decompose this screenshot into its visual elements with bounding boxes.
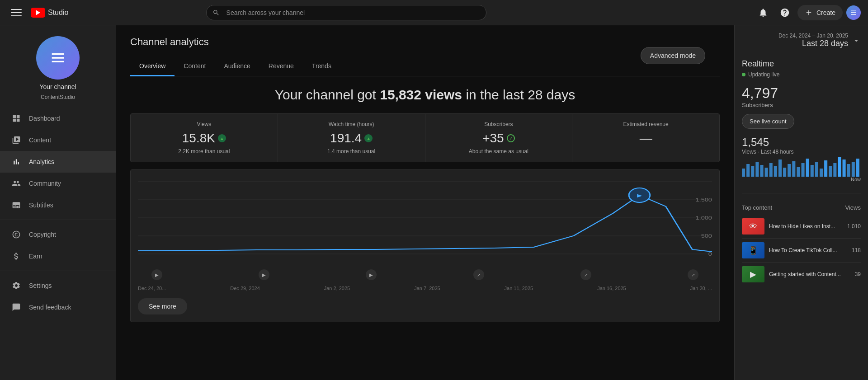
stat-views-value: 15.8K ▲ — [140, 131, 269, 145]
tabs: Overview Content Audience Revenue Trends — [130, 57, 720, 76]
headline-pre: Your channel got — [275, 87, 380, 102]
stats-row: Views 15.8K ▲ 2.2K more than usual Watch… — [130, 113, 720, 162]
tab-revenue[interactable]: Revenue — [259, 57, 303, 76]
tab-content[interactable]: Content — [175, 57, 215, 76]
sidebar-item-earn[interactable]: Earn — [0, 245, 116, 267]
menu-button[interactable] — [7, 4, 25, 22]
chart-dates: Dec 24, 20... Dec 29, 2024 Jan 2, 2025 J… — [138, 282, 712, 291]
views-realtime-count: 1,545 — [742, 136, 861, 149]
sidebar-item-copyright[interactable]: Copyright — [0, 224, 116, 245]
stat-revenue-label: Estimated revenue — [581, 121, 710, 127]
sidebar-item-send-feedback[interactable]: Send feedback — [0, 296, 116, 318]
advanced-mode-button[interactable]: Advanced mode — [641, 47, 705, 64]
sidebar-item-community[interactable]: Community — [0, 173, 116, 194]
chart-video-icon-2: ▶ — [259, 269, 269, 280]
channel-handle: ContentStudio — [41, 94, 75, 100]
svg-rect-29 — [824, 160, 827, 177]
svg-rect-22 — [792, 161, 795, 177]
channel-name: Your channel — [39, 83, 76, 90]
main-content: Channel analytics Advanced mode Overview… — [116, 25, 734, 380]
svg-rect-33 — [843, 160, 846, 177]
svg-rect-28 — [820, 169, 823, 177]
chart-date-5: Jan 11, 2025 — [505, 286, 533, 291]
subtitles-label: Subtitles — [29, 202, 53, 209]
community-label: Community — [29, 180, 61, 187]
svg-text:500: 500 — [701, 234, 712, 239]
grid-icon — [11, 113, 22, 124]
stat-views-label: Views — [140, 121, 269, 127]
realtime-title: Realtime — [742, 59, 774, 69]
sidebar-item-settings[interactable]: Settings — [0, 275, 116, 296]
svg-rect-11 — [742, 169, 745, 177]
stat-subscribers-change: About the same as usual — [434, 148, 563, 155]
headline-post: in the last 28 days — [462, 87, 575, 102]
sidebar-item-dashboard[interactable]: Dashboard — [0, 108, 116, 129]
svg-rect-16 — [765, 168, 768, 177]
svg-rect-34 — [847, 164, 850, 177]
users-icon — [11, 178, 22, 189]
updating-live: Updating live — [742, 71, 861, 78]
subtitles-icon — [11, 200, 22, 211]
stat-views-change: 2.2K more than usual — [140, 148, 269, 155]
search-input[interactable] — [206, 5, 486, 20]
chart-video-icon-5: ↗ — [580, 269, 591, 280]
film-icon — [11, 135, 22, 145]
sidebar-item-subtitles[interactable]: Subtitles — [0, 194, 116, 216]
see-live-count-button[interactable]: See live count — [742, 114, 794, 129]
stat-subscribers: Subscribers +35 ✓ About the same as usua… — [425, 114, 573, 162]
chart-date-3: Jan 2, 2025 — [324, 286, 350, 291]
svg-rect-24 — [802, 163, 805, 177]
updating-live-label: Updating live — [748, 71, 779, 78]
top-content-info-3: Getting started with Content... — [769, 271, 850, 277]
chevron-icon[interactable] — [852, 36, 861, 45]
topnav-left: Studio — [7, 4, 68, 22]
svg-text:0: 0 — [708, 252, 712, 257]
nav-divider-2 — [0, 271, 116, 271]
search-icon — [212, 9, 220, 16]
topnav: Studio Create — [0, 0, 868, 25]
notifications-button[interactable] — [754, 4, 772, 22]
svg-rect-21 — [788, 164, 791, 177]
bar-chart-icon — [11, 156, 22, 167]
stat-watch-time-label: Watch time (hours) — [287, 121, 416, 127]
top-content-item-2: 📱 How To Create TikTok Coll... 118 — [742, 239, 861, 263]
create-button[interactable]: Create — [797, 5, 843, 20]
svg-text:1,000: 1,000 — [696, 216, 712, 220]
svg-rect-12 — [746, 164, 750, 177]
page-title: Channel analytics — [130, 36, 720, 48]
top-content-section: Top content Views 👁 How to Hide Likes on… — [742, 204, 861, 286]
tab-audience[interactable]: Audience — [215, 57, 259, 76]
page-header-row: Channel analytics Advanced mode — [130, 36, 720, 48]
svg-text:▶: ▶ — [637, 193, 642, 198]
chart-date-1: Dec 24, 20... — [138, 286, 166, 291]
studio-logo-text: Studio — [48, 9, 68, 17]
views-col-label: Views — [845, 204, 861, 211]
tab-trends[interactable]: Trends — [303, 57, 340, 76]
tab-overview[interactable]: Overview — [130, 57, 175, 76]
topnav-right: Create — [754, 4, 861, 22]
sidebar-item-content[interactable]: Content — [0, 129, 116, 151]
search-bar — [206, 5, 486, 20]
sidebar-item-analytics[interactable]: Analytics — [0, 151, 116, 173]
thumb-1: 👁 — [742, 218, 764, 235]
views-realtime: 1,545 Views · Last 48 hours — [742, 136, 861, 182]
copyright-icon — [11, 229, 22, 240]
top-content-info-2: How To Create TikTok Coll... — [769, 247, 847, 253]
create-label: Create — [816, 9, 835, 16]
svg-rect-18 — [774, 166, 777, 177]
feedback-icon — [11, 302, 22, 313]
svg-rect-20 — [783, 168, 786, 177]
chart-svg: 0 500 1,000 1,500 ▶ — [138, 177, 712, 267]
see-more-button[interactable]: See more — [138, 298, 187, 314]
realtime-section: Realtime Updating live — [742, 59, 861, 78]
help-button[interactable] — [776, 4, 794, 22]
top-content-item-1: 👁 How to Hide Likes on Inst... 1,010 — [742, 215, 861, 239]
svg-rect-27 — [815, 162, 818, 177]
chart-area: 0 500 1,000 1,500 ▶ — [138, 177, 712, 267]
avatar[interactable] — [846, 5, 861, 20]
chart-date-4: Jan 7, 2025 — [414, 286, 440, 291]
headline-highlight: 15,832 views — [380, 87, 462, 102]
svg-rect-23 — [797, 167, 800, 177]
stat-revenue-value: — — [581, 131, 710, 145]
svg-rect-26 — [811, 165, 814, 177]
